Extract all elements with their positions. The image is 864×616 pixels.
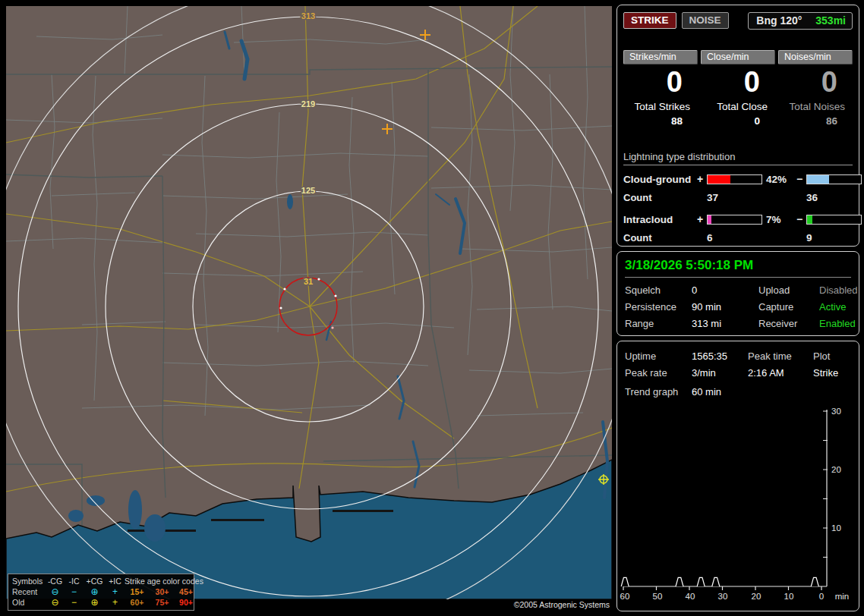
capture-label: Capture — [758, 301, 819, 313]
svg-text:313: 313 — [301, 11, 315, 20]
minus-icon: − — [65, 598, 84, 608]
receiver-label: Receiver — [758, 318, 819, 329]
trend-graph-label: Trend graph — [625, 386, 692, 398]
uptime-value: 1565:35 — [692, 350, 748, 362]
plot-value: Strike — [813, 367, 853, 379]
noises-rate-value: 0 — [778, 66, 853, 98]
strike-toggle-button[interactable]: STRIKE — [623, 12, 676, 29]
trend-x-labels: 60 50 40 30 20 10 0 min — [620, 592, 850, 601]
cloud-ground-label: Cloud-ground — [623, 174, 697, 185]
age-code: 30+ — [150, 586, 175, 597]
legend-col-pic: +IC — [106, 577, 125, 586]
total-close-label: Total Close — [701, 101, 775, 112]
svg-text:0: 0 — [819, 592, 824, 601]
trend-axis-ticks — [623, 411, 828, 590]
count-label: Count — [623, 192, 697, 203]
trend-peak — [697, 577, 705, 586]
plus-sign: + — [697, 173, 707, 185]
noise-toggle-button[interactable]: NOISE — [682, 12, 729, 29]
bar-fill — [807, 175, 829, 184]
stats-panel: Uptime 1565:35 Peak time Plot Peak rate … — [616, 341, 859, 611]
legend-age-header: Strike age color codes — [125, 576, 197, 586]
trend-data-peaks — [621, 577, 818, 586]
legend-col-nic: -IC — [65, 577, 84, 586]
trend-graph-value: 60 min — [692, 386, 748, 398]
cg-positive-count: 37 — [707, 192, 762, 203]
trend-peak — [712, 577, 720, 586]
cg-positive-pct: 42% — [762, 174, 796, 185]
ic-negative-count: 9 — [806, 232, 862, 244]
bearing-value: Bng 120° — [756, 14, 802, 27]
bar-fill — [807, 215, 812, 224]
circled-minus-icon: ⊖ — [46, 598, 65, 608]
cg-negative-count: 36 — [806, 192, 862, 203]
strikes-column: Strikes/min 0 Total Strikes 88 — [623, 50, 698, 127]
status-panel: 3/18/2026 5:50:18 PM Squelch 0 Upload Di… — [616, 251, 859, 336]
bar-fill — [708, 215, 711, 224]
total-close-value: 0 — [701, 115, 775, 127]
circled-plus-icon: ⊕ — [84, 587, 106, 597]
svg-text:30: 30 — [831, 407, 841, 416]
ic-positive-bar — [707, 215, 762, 225]
svg-text:50: 50 — [653, 592, 663, 601]
app-window: { "header": { "strike_button": "STRIKE",… — [0, 0, 864, 616]
bearing-readout: Bng 120° 353mi — [748, 12, 853, 30]
minus-sign: − — [796, 173, 806, 185]
intracloud-label: Intracloud — [623, 214, 697, 225]
trend-y-labels: 30 20 10 — [831, 407, 841, 533]
peak-rate-label: Peak rate — [625, 367, 692, 379]
plot-label: Plot — [813, 350, 853, 362]
legend-col-ncg: -CG — [46, 577, 65, 586]
svg-text:31: 31 — [304, 277, 313, 286]
receiver-status: Enabled — [819, 318, 858, 329]
upload-label: Upload — [758, 284, 819, 296]
persistence-value: 90 min — [692, 301, 758, 313]
age-code: 90+ — [175, 597, 197, 608]
total-noises-value: 86 — [778, 115, 853, 127]
svg-text:10: 10 — [831, 523, 841, 533]
trend-peak — [811, 577, 818, 586]
bar-fill — [708, 175, 730, 184]
trend-graph: 30 20 10 60 50 40 30 20 10 0 min — [619, 405, 857, 604]
svg-text:60: 60 — [620, 592, 630, 601]
noises-column: Noises/min 0 Total Noises 86 — [778, 50, 853, 127]
ic-negative-bar — [806, 215, 862, 225]
noises-per-min-button[interactable]: Noises/min — [778, 50, 853, 64]
trend-peak — [676, 577, 683, 586]
plus-icon: + — [106, 587, 125, 597]
peak-time-value: 2:16 AM — [748, 367, 813, 379]
svg-text:min: min — [835, 592, 850, 601]
ic-positive-count: 6 — [707, 232, 762, 244]
age-code: 75+ — [150, 597, 175, 608]
upload-status: Disabled — [819, 284, 858, 296]
legend-symbols-header: Symbols — [12, 576, 46, 586]
capture-status: Active — [819, 301, 858, 313]
svg-text:10: 10 — [784, 592, 794, 601]
total-strikes-value: 88 — [623, 115, 698, 127]
trend-peak — [621, 577, 629, 586]
total-strikes-label: Total Strikes — [623, 101, 698, 112]
age-code: 45+ — [175, 586, 197, 597]
minus-icon: − — [65, 587, 84, 597]
strikes-rate-value: 0 — [623, 66, 698, 98]
count-label: Count — [623, 232, 697, 244]
persistence-label: Persistence — [625, 301, 692, 313]
total-noises-label: Total Noises — [778, 101, 853, 112]
map-canvas[interactable]: 313 219 125 31 — [6, 6, 612, 599]
svg-text:20: 20 — [752, 592, 762, 601]
svg-text:30: 30 — [718, 592, 728, 601]
counters-panel: STRIKE NOISE Bng 120° 353mi Strikes/min … — [616, 5, 859, 247]
squelch-value: 0 — [692, 284, 758, 296]
svg-text:40: 40 — [686, 592, 695, 601]
age-code: 60+ — [125, 597, 150, 608]
squelch-label: Squelch — [625, 284, 692, 296]
bearing-range-value: 353mi — [815, 14, 846, 27]
lightning-distribution: Lightning type distribution Cloud-ground… — [623, 151, 853, 244]
uptime-label: Uptime — [625, 350, 692, 362]
strikes-per-min-button[interactable]: Strikes/min — [623, 50, 698, 64]
ic-positive-pct: 7% — [762, 214, 796, 225]
circled-plus-icon: ⊕ — [84, 598, 106, 608]
distribution-title: Lightning type distribution — [623, 151, 853, 165]
circled-minus-icon: ⊖ — [46, 587, 65, 597]
close-per-min-button[interactable]: Close/min — [701, 50, 775, 64]
